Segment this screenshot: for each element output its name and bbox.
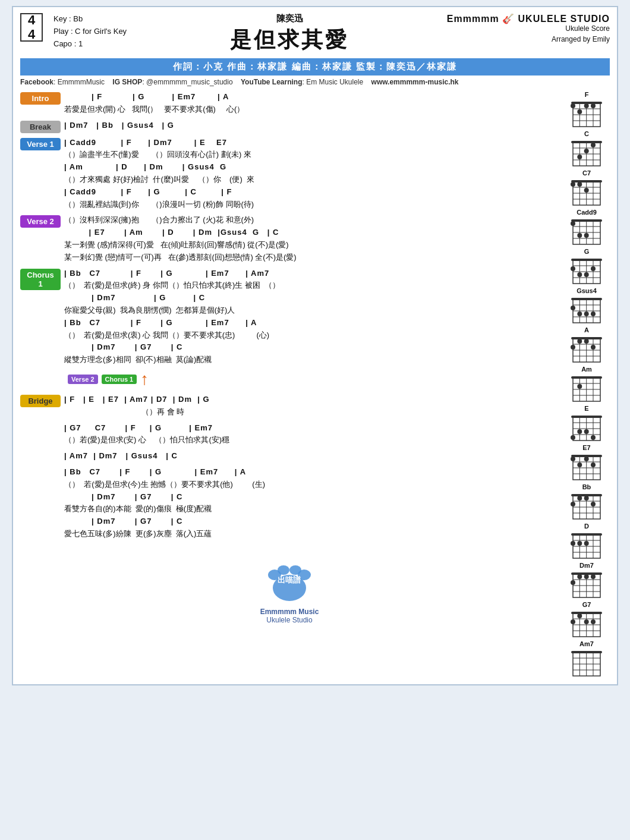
diagram-G: G: [563, 248, 610, 286]
section-final: | Bb C7 | F | G | Em7 | A （） 若(愛)是但求(今)生…: [20, 466, 559, 540]
v1-lyric1: （）諭盡半生不(懂)愛 （）回頭沒有心(計) 劃(未) 來: [64, 149, 559, 161]
svg-rect-24: [571, 141, 602, 143]
capo-line: Capo : 1: [53, 38, 127, 51]
c1-lyric4: 縱雙方理念(多)相同 卻(不)相融 莫(論)配襯: [64, 354, 559, 366]
c1-chord1: | Bb C7 | F | G | Em7 | Am7: [64, 268, 559, 280]
score-type: Ukulele Score: [447, 24, 610, 33]
song-title: 是但求其愛: [133, 26, 447, 55]
main-content: Intro | F | G | Em7 | A 若愛是但求(開) 心 我問(） …: [20, 91, 610, 678]
key-info: Key : Bb Play : C for Girl's Key Capo : …: [53, 13, 127, 50]
key-line: Key : Bb: [53, 13, 127, 26]
break-chord: | Dm7 | Bb | Gsus4 | G: [64, 119, 559, 132]
svg-point-94: [577, 384, 582, 389]
svg-point-151: [577, 574, 582, 579]
fb-label: Facebook: [20, 78, 53, 86]
bridge2-chord: | G7 C7 | F | G | Em7: [64, 422, 559, 435]
svg-point-141: [584, 541, 589, 546]
v1-chord2: | Am | D | Dm | Gsus4 G: [64, 161, 559, 174]
svg-rect-173: [571, 651, 602, 653]
svg-point-61: [591, 266, 596, 271]
diagram-D: D: [563, 523, 610, 561]
page: 4 4 Key : Bb Play : C for Girl's Key Cap…: [12, 6, 618, 685]
content-final: | Bb C7 | F | G | Em7 | A （） 若(愛)是但求(今)生…: [64, 466, 559, 540]
diagram-Am: Am: [563, 366, 610, 404]
svg-point-130: [591, 502, 596, 506]
final-chord3: | Dm7 | G7 | C: [64, 515, 559, 528]
paw-logo: 出喵譜 Emmmmm Music Ukulele Studio: [260, 552, 319, 624]
content-break: | Dm7 | Bb | Gsus4 | G: [64, 119, 559, 132]
svg-rect-69: [571, 298, 602, 300]
label-verse1: Verse 1: [20, 138, 61, 150]
svg-point-2: [278, 565, 289, 575]
intro-lyric: 若愛是但求(開) 心 我問(） 要不要求其(傷) 心(）: [64, 103, 559, 116]
svg-rect-102: [571, 416, 602, 418]
svg-point-58: [571, 266, 575, 271]
svg-point-83: [577, 339, 582, 344]
svg-rect-138: [571, 533, 602, 536]
diagram-E: E: [563, 405, 610, 443]
v1-chord1: | Cadd9 | F | Dm7 | E E7: [64, 137, 559, 149]
play-line: Play : C for Girl's Key: [53, 26, 127, 38]
paw-text-inner: 出喵譜: [278, 575, 301, 586]
paw-text3: Ukulele Studio: [260, 616, 319, 624]
label-chorus1: Chorus 1: [20, 269, 61, 290]
bridge3-chord: | Am7 | Dm7 | Gsus4 | C: [64, 450, 559, 463]
nav-arrows: Verse 2 Chorus 1 ↑: [68, 370, 559, 389]
content-chorus1: | Bb C7 | F | G | Em7 | Am7 （） 若(愛)是但求(終…: [64, 268, 559, 366]
time-signature: 4 4: [20, 13, 43, 42]
header: 4 4 Key : Bb Play : C for Girl's Key Cap…: [20, 13, 610, 55]
section-bridge3: | Am7 | Dm7 | Gsus4 | C: [20, 450, 559, 463]
svg-rect-161: [571, 612, 602, 614]
svg-point-85: [591, 345, 596, 350]
svg-point-14: [584, 103, 589, 108]
diagram-C7: C7: [563, 169, 610, 207]
diagram-E7: E7: [563, 444, 610, 482]
svg-point-165: [591, 619, 596, 624]
svg-point-70: [571, 306, 575, 310]
svg-point-60: [584, 272, 589, 277]
ig-label: IG SHOP: [112, 78, 142, 86]
intro-chord: | F | G | Em7 | A: [64, 91, 559, 103]
svg-point-37: [577, 182, 582, 187]
svg-point-116: [577, 463, 582, 467]
c1-chord2: | Dm7 | G | C: [64, 292, 559, 304]
paw-text2: Emmmmm Music: [260, 608, 319, 616]
svg-point-48: [577, 233, 582, 238]
yt-val: : Em Music Ukulele: [303, 78, 364, 86]
svg-point-15: [591, 103, 596, 108]
section-bridge: Bridge | F | E | E7 | Am7 | D7 | Dm | G …: [20, 394, 559, 419]
diagram-F: F: [563, 91, 610, 129]
c1-lyric3: （） 若(愛)是但求(衷) 心 我問（）要不要求其(忠) (心): [64, 329, 559, 342]
content-bridge: | F | E | E7 | Am7 | D7 | Dm | G （）再 會 時: [64, 394, 559, 419]
content-verse2: （）沒料到深深(擁)抱 （)合力擦出了 (火)花 和意(外) | E7 | Am…: [64, 214, 559, 263]
section-break: Break | Dm7 | Bb | Gsus4 | G: [20, 119, 559, 133]
svg-rect-57: [571, 259, 602, 261]
label-intro: Intro: [20, 92, 61, 105]
final-chord1: | Bb C7 | F | G | Em7 | A: [64, 466, 559, 479]
c1-chord3: | Bb C7 | F | G | Em7 | A: [64, 317, 559, 329]
svg-point-82: [571, 345, 575, 350]
section-intro: Intro | F | G | Em7 | A 若愛是但求(開) 心 我問(） …: [20, 91, 559, 116]
studio-name: Emmmmm 🎸 UKULELE STUDIO: [447, 13, 610, 24]
svg-point-104: [577, 429, 582, 434]
svg-point-118: [591, 463, 596, 467]
c1-lyric2: 你寵愛父母(親) 我為良朋愣(憫) 怎都算是個(好)人: [64, 304, 559, 317]
svg-point-13: [577, 109, 582, 114]
section-chorus1: Chorus 1 | Bb C7 | F | G | Em7 | Am7 （） …: [20, 268, 559, 366]
ig-val: : @emmmmm_music_studio: [142, 78, 232, 86]
time-sig-top: 4: [28, 13, 35, 27]
svg-point-115: [571, 457, 575, 461]
svg-point-152: [584, 574, 589, 579]
v2-lyric3: 某一剎幻覺 (戀)情可一(可)再 在(參)透那刻(回)想戀(情) 全(不)是(愛…: [64, 251, 559, 264]
svg-point-117: [584, 457, 589, 461]
diagram-Am7: Am7: [563, 640, 610, 678]
svg-point-153: [591, 574, 596, 579]
c1-lyric1: （） 若(愛)是但求(終) 身 你問（）怕只怕求其(終)生 被困 （）: [64, 279, 559, 292]
final-lyric1: （） 若(愛)是但求(今)生 抱憾（）要不要求其(他) (生): [64, 479, 559, 491]
svg-point-105: [584, 429, 589, 434]
content-bridge3: | Am7 | Dm7 | Gsus4 | C: [64, 450, 559, 463]
final-lyric2: 看雙方各自(的)本能 愛(的)傷痕 極(度)配襯: [64, 503, 559, 515]
svg-point-128: [577, 496, 582, 501]
diagram-G7: G7: [563, 601, 610, 639]
social-bar: Facebook: EmmmmMusic IG SHOP: @emmmmm_mu…: [20, 78, 610, 86]
